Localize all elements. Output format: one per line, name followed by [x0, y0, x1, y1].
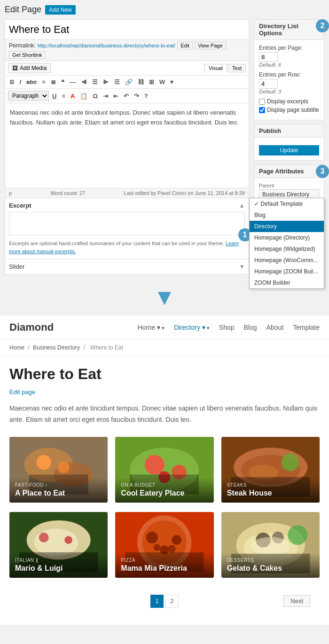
- align-left-button[interactable]: ⫷: [79, 78, 89, 86]
- grid-item-2[interactable]: ON A BUDGET Cool Eatery Place: [115, 437, 213, 503]
- display-subtitle-label: Display page subtitle: [267, 107, 319, 113]
- badge-2: 2: [316, 19, 329, 32]
- template-option-homepage-zoom[interactable]: Homepage (ZOOM Buil...: [250, 266, 324, 277]
- entries-per-row-input[interactable]: [259, 79, 278, 89]
- undo-button[interactable]: ↶: [122, 92, 131, 101]
- slider-label: Slider: [9, 263, 24, 270]
- underline-button[interactable]: U: [50, 92, 58, 101]
- nav-blog[interactable]: Blog: [244, 324, 257, 331]
- insert-table-button[interactable]: ⊞: [147, 78, 156, 86]
- svg-point-39: [288, 525, 307, 545]
- blockquote-button[interactable]: ❝: [59, 78, 66, 86]
- align-center-button[interactable]: ☰: [90, 78, 100, 86]
- nav-about[interactable]: About: [266, 324, 284, 331]
- template-dropdown[interactable]: Default Template Blog Directory Homepage…: [249, 198, 324, 289]
- strikethrough-button[interactable]: abc: [24, 78, 39, 86]
- grid-item-5-overlay: PIZZA Mama Mia Pizzeria: [115, 553, 213, 577]
- justify-button[interactable]: ≡: [60, 92, 67, 101]
- add-media-button[interactable]: 🖼 Add Media: [8, 63, 51, 73]
- svg-point-8: [145, 455, 164, 474]
- grid-item-3-title: Steak House: [227, 489, 314, 497]
- breadcrumb-sep-1: /: [28, 344, 31, 351]
- template-option-homepage-dir[interactable]: Homepage (Directory): [250, 232, 324, 243]
- svg-point-21: [39, 532, 49, 542]
- grid-item-2-category: ON A BUDGET: [121, 482, 208, 488]
- align-justify-button[interactable]: ☰: [112, 78, 122, 86]
- editor-content[interactable]: Maecenas nec odio et ante tincidunt temp…: [5, 103, 249, 188]
- page-attributes-title: Page Attributes: [254, 165, 324, 178]
- template-option-blog[interactable]: Blog: [250, 209, 324, 221]
- template-option-homepage-woo[interactable]: Homepage (WooComm...: [250, 255, 324, 266]
- publish-button[interactable]: Update: [259, 145, 319, 155]
- nav-directory[interactable]: Directory ▾: [174, 324, 210, 331]
- breadcrumb-home[interactable]: Home: [9, 344, 24, 351]
- hr-button[interactable]: —: [68, 78, 78, 86]
- breadcrumb-sep-2: /: [83, 344, 86, 351]
- add-new-button[interactable]: Add New: [45, 5, 76, 15]
- page-content-area: Where to Eat Edit page Maecenas nec odio…: [0, 356, 329, 625]
- unordered-list-button[interactable]: ≡: [40, 78, 47, 86]
- entries-per-page-input[interactable]: [259, 52, 278, 62]
- nav-template[interactable]: Template: [293, 324, 320, 331]
- page-heading: Where to Eat: [9, 365, 320, 383]
- directory-list-options-box: Directory List Options Entries per Page:…: [254, 19, 324, 120]
- display-excerpts-label: Display excerpts: [267, 98, 308, 105]
- breadcrumb-current: Where to Eat: [90, 344, 123, 351]
- text-color-button[interactable]: A: [69, 92, 77, 101]
- template-option-homepage-widget[interactable]: Homepage (Widgetized): [250, 243, 324, 255]
- template-option-zoom[interactable]: ZOOM Builder: [250, 277, 324, 288]
- grid-item-1-title: A Place to Eat: [15, 489, 102, 497]
- help-button[interactable]: ?: [142, 92, 150, 101]
- paragraph-select[interactable]: Paragraph: [8, 91, 49, 101]
- publish-box: Publish Update: [254, 124, 324, 161]
- grid-item-5[interactable]: PIZZA Mama Mia Pizzeria: [115, 512, 213, 578]
- grid-item-1[interactable]: FAST-FOOD › A Place to Eat: [9, 437, 108, 503]
- edit-permalink-button[interactable]: Edit: [177, 42, 193, 49]
- unlink-button[interactable]: ⛓: [136, 78, 146, 86]
- symbol-button[interactable]: Ω: [91, 92, 99, 101]
- link-button[interactable]: 🔗: [123, 78, 134, 86]
- svg-point-30: [154, 544, 161, 551]
- template-option-directory[interactable]: Directory: [250, 221, 324, 232]
- svg-point-20: [34, 528, 78, 556]
- page-1-button[interactable]: 1: [150, 595, 164, 608]
- more-btn[interactable]: ▾: [168, 78, 175, 86]
- ordered-list-button[interactable]: ≣: [49, 78, 58, 86]
- outdent-button[interactable]: ⇤: [111, 92, 120, 101]
- paste-button[interactable]: 📋: [78, 92, 89, 101]
- text-tab[interactable]: Text: [228, 64, 246, 72]
- nav-shop[interactable]: Shop: [219, 324, 235, 331]
- italic-button[interactable]: I: [17, 78, 23, 86]
- align-right-button[interactable]: ⫸: [101, 78, 111, 86]
- edit-page-link[interactable]: Edit page: [9, 388, 35, 396]
- display-subtitle-checkbox[interactable]: [259, 107, 265, 113]
- slider-toggle[interactable]: ▼: [239, 263, 245, 270]
- site-nav: Home ▾ Directory ▾ Shop Blog About Templ…: [138, 324, 320, 331]
- excerpt-toggle[interactable]: ▲: [239, 202, 245, 209]
- grid-item-3-category: STEAKS: [227, 482, 314, 488]
- page-attributes-box: Page Attributes Parent Business Director…: [254, 164, 324, 215]
- next-page-button[interactable]: Next: [283, 595, 310, 607]
- grid-item-4[interactable]: ITALIAN ‖ Mario & Luigi: [9, 512, 108, 578]
- page-2-button[interactable]: 2: [165, 595, 179, 608]
- view-page-button[interactable]: View Page: [195, 42, 226, 49]
- template-option-default[interactable]: Default Template: [250, 198, 324, 209]
- insert-wp-button[interactable]: W: [157, 78, 167, 86]
- get-shortlink-button[interactable]: Get Shortlink: [9, 51, 46, 59]
- excerpt-textarea[interactable]: [9, 212, 245, 235]
- redo-button[interactable]: ↷: [132, 92, 141, 101]
- page-title-input[interactable]: [5, 20, 249, 40]
- grid-item-3[interactable]: STEAKS Steak House: [221, 437, 320, 503]
- directory-list-options-title: Directory List Options: [254, 20, 324, 40]
- nav-home[interactable]: Home ▾: [138, 324, 164, 331]
- svg-point-28: [172, 535, 182, 545]
- visual-tab[interactable]: Visual: [204, 64, 227, 72]
- grid-item-6[interactable]: DESSERTS Gelato & Cakes: [221, 512, 320, 578]
- svg-point-3: [37, 455, 51, 469]
- display-excerpts-checkbox[interactable]: [259, 99, 265, 105]
- bold-button[interactable]: B: [8, 78, 16, 86]
- indent-button[interactable]: ⇥: [101, 92, 110, 101]
- breadcrumb-parent[interactable]: Business Directory: [33, 344, 80, 351]
- permalink-url[interactable]: http://localhost/wp/diamond/business-dir…: [38, 43, 175, 48]
- svg-point-15: [281, 453, 299, 471]
